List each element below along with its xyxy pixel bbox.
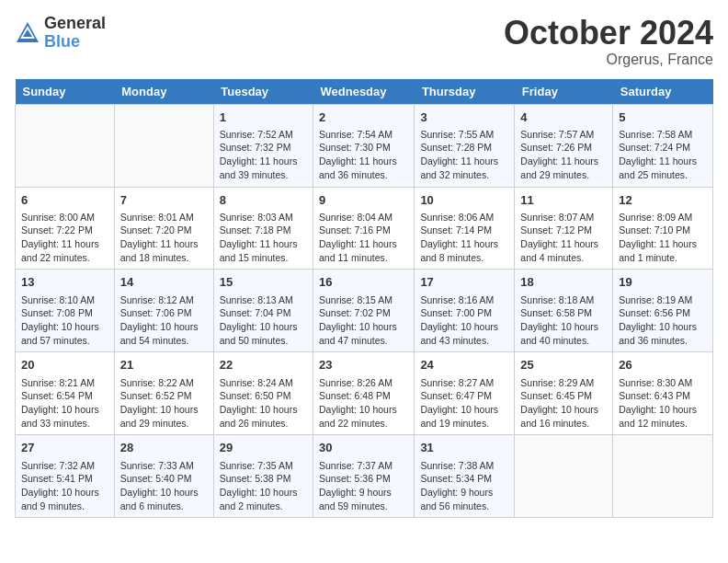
calendar-cell: 24Sunrise: 8:27 AM Sunset: 6:47 PM Dayli… <box>415 352 515 435</box>
calendar-cell: 1Sunrise: 7:52 AM Sunset: 7:32 PM Daylig… <box>213 104 313 187</box>
calendar-cell: 4Sunrise: 7:57 AM Sunset: 7:26 PM Daylig… <box>515 104 613 187</box>
calendar-cell: 31Sunrise: 7:38 AM Sunset: 5:34 PM Dayli… <box>415 435 515 518</box>
cell-content: Sunrise: 8:10 AM Sunset: 7:08 PM Dayligh… <box>21 293 108 348</box>
cell-content: Sunrise: 7:54 AM Sunset: 7:30 PM Dayligh… <box>319 128 408 182</box>
weekday-header-row: SundayMondayTuesdayWednesdayThursdayFrid… <box>16 79 713 105</box>
calendar-cell: 27Sunrise: 7:32 AM Sunset: 5:41 PM Dayli… <box>16 435 115 518</box>
cell-content: Sunrise: 8:29 AM Sunset: 6:45 PM Dayligh… <box>520 376 607 431</box>
weekday-header-tuesday: Tuesday <box>213 79 313 105</box>
cell-content: Sunrise: 8:18 AM Sunset: 6:58 PM Dayligh… <box>520 293 607 348</box>
day-number: 20 <box>21 357 108 373</box>
day-number: 15 <box>220 274 307 291</box>
day-number: 18 <box>520 274 607 291</box>
location-text: Orgerus, France <box>504 52 713 68</box>
calendar-cell: 22Sunrise: 8:24 AM Sunset: 6:50 PM Dayli… <box>213 352 313 435</box>
calendar-week-row: 1Sunrise: 7:52 AM Sunset: 7:32 PM Daylig… <box>16 104 713 187</box>
day-number: 24 <box>420 357 508 373</box>
calendar-week-row: 6Sunrise: 8:00 AM Sunset: 7:22 PM Daylig… <box>16 187 713 270</box>
weekday-header-wednesday: Wednesday <box>313 79 415 105</box>
day-number: 17 <box>420 274 508 291</box>
day-number: 14 <box>120 274 208 291</box>
calendar-cell: 26Sunrise: 8:30 AM Sunset: 6:43 PM Dayli… <box>613 352 713 435</box>
calendar-cell: 30Sunrise: 7:37 AM Sunset: 5:36 PM Dayli… <box>313 435 415 518</box>
cell-content: Sunrise: 8:27 AM Sunset: 6:47 PM Dayligh… <box>420 376 508 431</box>
calendar-week-row: 13Sunrise: 8:10 AM Sunset: 7:08 PM Dayli… <box>16 270 713 352</box>
logo-general-text: General <box>44 15 106 33</box>
calendar-cell: 17Sunrise: 8:16 AM Sunset: 7:00 PM Dayli… <box>415 270 515 352</box>
cell-content: Sunrise: 8:04 AM Sunset: 7:16 PM Dayligh… <box>319 211 408 265</box>
day-number: 11 <box>520 192 607 209</box>
weekday-header-friday: Friday <box>515 79 613 105</box>
day-number: 16 <box>319 274 408 291</box>
calendar-cell: 20Sunrise: 8:21 AM Sunset: 6:54 PM Dayli… <box>16 352 115 435</box>
cell-content: Sunrise: 8:15 AM Sunset: 7:02 PM Dayligh… <box>319 293 408 348</box>
day-number: 7 <box>120 192 208 209</box>
cell-content: Sunrise: 7:32 AM Sunset: 5:41 PM Dayligh… <box>21 459 108 513</box>
calendar-week-row: 27Sunrise: 7:32 AM Sunset: 5:41 PM Dayli… <box>16 435 713 518</box>
logo: General Blue <box>15 15 106 52</box>
title-block: October 2024 Orgerus, France <box>504 15 713 68</box>
day-number: 25 <box>520 357 607 373</box>
calendar-cell: 10Sunrise: 8:06 AM Sunset: 7:14 PM Dayli… <box>415 187 515 270</box>
calendar-cell: 14Sunrise: 8:12 AM Sunset: 7:06 PM Dayli… <box>114 270 213 352</box>
cell-content: Sunrise: 8:30 AM Sunset: 6:43 PM Dayligh… <box>619 376 707 431</box>
day-number: 19 <box>619 274 707 291</box>
day-number: 29 <box>220 440 307 456</box>
cell-content: Sunrise: 8:13 AM Sunset: 7:04 PM Dayligh… <box>220 293 307 348</box>
cell-content: Sunrise: 7:55 AM Sunset: 7:28 PM Dayligh… <box>420 128 508 182</box>
calendar-cell: 13Sunrise: 8:10 AM Sunset: 7:08 PM Dayli… <box>16 270 115 352</box>
calendar-cell: 8Sunrise: 8:03 AM Sunset: 7:18 PM Daylig… <box>213 187 313 270</box>
page-header: General Blue October 2024 Orgerus, Franc… <box>15 15 713 68</box>
cell-content: Sunrise: 8:16 AM Sunset: 7:00 PM Dayligh… <box>420 293 508 348</box>
cell-content: Sunrise: 7:57 AM Sunset: 7:26 PM Dayligh… <box>520 128 607 182</box>
calendar-cell: 29Sunrise: 7:35 AM Sunset: 5:38 PM Dayli… <box>213 435 313 518</box>
cell-content: Sunrise: 8:03 AM Sunset: 7:18 PM Dayligh… <box>220 211 307 265</box>
weekday-header-sunday: Sunday <box>16 79 115 105</box>
cell-content: Sunrise: 8:24 AM Sunset: 6:50 PM Dayligh… <box>220 376 307 431</box>
day-number: 28 <box>120 440 208 456</box>
cell-content: Sunrise: 8:21 AM Sunset: 6:54 PM Dayligh… <box>21 376 108 431</box>
day-number: 6 <box>21 192 108 209</box>
day-number: 27 <box>21 440 108 456</box>
cell-content: Sunrise: 8:12 AM Sunset: 7:06 PM Dayligh… <box>120 293 208 348</box>
day-number: 10 <box>420 192 508 209</box>
day-number: 26 <box>619 357 707 373</box>
calendar-cell: 3Sunrise: 7:55 AM Sunset: 7:28 PM Daylig… <box>415 104 515 187</box>
calendar-cell: 19Sunrise: 8:19 AM Sunset: 6:56 PM Dayli… <box>613 270 713 352</box>
cell-content: Sunrise: 8:19 AM Sunset: 6:56 PM Dayligh… <box>619 293 707 348</box>
cell-content: Sunrise: 8:09 AM Sunset: 7:10 PM Dayligh… <box>619 211 707 265</box>
cell-content: Sunrise: 7:38 AM Sunset: 5:34 PM Dayligh… <box>420 459 508 513</box>
weekday-header-saturday: Saturday <box>613 79 713 105</box>
day-number: 9 <box>319 192 408 209</box>
day-number: 30 <box>319 440 408 456</box>
calendar-week-row: 20Sunrise: 8:21 AM Sunset: 6:54 PM Dayli… <box>16 352 713 435</box>
logo-blue-text: Blue <box>44 33 106 52</box>
day-number: 23 <box>319 357 408 373</box>
cell-content: Sunrise: 8:00 AM Sunset: 7:22 PM Dayligh… <box>21 211 108 265</box>
day-number: 4 <box>520 109 607 126</box>
cell-content: Sunrise: 8:22 AM Sunset: 6:52 PM Dayligh… <box>120 376 208 431</box>
cell-content: Sunrise: 7:52 AM Sunset: 7:32 PM Dayligh… <box>220 128 307 182</box>
calendar-cell: 9Sunrise: 8:04 AM Sunset: 7:16 PM Daylig… <box>313 187 415 270</box>
calendar-cell: 23Sunrise: 8:26 AM Sunset: 6:48 PM Dayli… <box>313 352 415 435</box>
day-number: 1 <box>220 109 307 126</box>
cell-content: Sunrise: 7:58 AM Sunset: 7:24 PM Dayligh… <box>619 128 707 182</box>
logo-icon <box>15 20 40 46</box>
calendar-cell <box>16 104 115 187</box>
cell-content: Sunrise: 7:35 AM Sunset: 5:38 PM Dayligh… <box>220 459 307 513</box>
calendar-cell <box>515 435 613 518</box>
day-number: 31 <box>420 440 508 456</box>
calendar-cell: 18Sunrise: 8:18 AM Sunset: 6:58 PM Dayli… <box>515 270 613 352</box>
calendar-cell: 21Sunrise: 8:22 AM Sunset: 6:52 PM Dayli… <box>114 352 213 435</box>
weekday-header-monday: Monday <box>114 79 213 105</box>
day-number: 8 <box>220 192 307 209</box>
calendar-cell: 6Sunrise: 8:00 AM Sunset: 7:22 PM Daylig… <box>16 187 115 270</box>
month-title: October 2024 <box>504 15 713 52</box>
weekday-header-thursday: Thursday <box>415 79 515 105</box>
cell-content: Sunrise: 7:37 AM Sunset: 5:36 PM Dayligh… <box>319 459 408 513</box>
cell-content: Sunrise: 8:26 AM Sunset: 6:48 PM Dayligh… <box>319 376 408 431</box>
calendar-cell: 2Sunrise: 7:54 AM Sunset: 7:30 PM Daylig… <box>313 104 415 187</box>
calendar-cell: 25Sunrise: 8:29 AM Sunset: 6:45 PM Dayli… <box>515 352 613 435</box>
cell-content: Sunrise: 8:01 AM Sunset: 7:20 PM Dayligh… <box>120 211 208 265</box>
calendar-cell: 16Sunrise: 8:15 AM Sunset: 7:02 PM Dayli… <box>313 270 415 352</box>
